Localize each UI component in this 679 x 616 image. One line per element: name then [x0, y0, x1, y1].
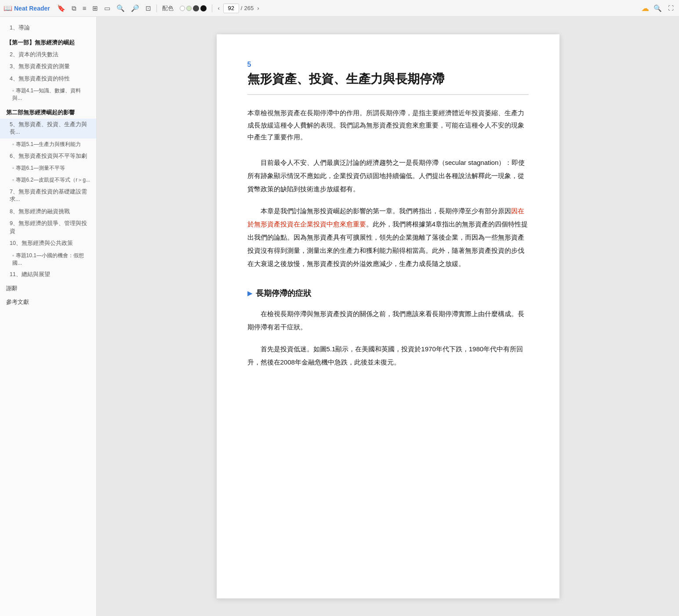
sidebar-item-thanks[interactable]: 謝辭 — [0, 281, 96, 295]
section1-heading: ▶ 長期停滯的症狀 — [247, 288, 529, 299]
body-paragraph-4: 首先是投資低迷。如圖5.1顯示，在美國和英國，投資於1970年代下跌，1980年… — [247, 343, 529, 369]
content-area: 5 無形資產、投資、生產力與長期停滯 本章檢視無形資產在長期停滯中的作用。所謂長… — [97, 17, 679, 616]
color-dark[interactable] — [193, 5, 199, 11]
sidebar-item-intro[interactable]: 1、導論 — [0, 22, 96, 34]
sidebar-item-ch3[interactable]: 3、無形資產投資的測量 — [0, 61, 96, 73]
bookmark-icon[interactable]: 🔖 — [55, 4, 67, 13]
sidebar-item-ch10[interactable]: 10、無形經濟與公共政策 — [0, 237, 96, 250]
app-brand: 📖 Neat Reader — [4, 4, 50, 12]
color-label: 配色 — [160, 4, 175, 13]
sep2 — [212, 4, 212, 12]
sidebar-item-references[interactable]: 參考文獻 — [0, 295, 96, 308]
sidebar-item-ch7[interactable]: 7、無形資產投資的基礎建設需求... — [0, 186, 96, 206]
sidebar-part2-header: 第二部無形經濟崛起的影響 — [0, 104, 96, 119]
total-pages: 265 — [244, 5, 254, 11]
color-white[interactable] — [180, 6, 185, 11]
sidebar-item-topic101[interactable]: ◦ 專題10.1—小國的機會：假想國... — [0, 250, 96, 269]
sidebar-item-topic62[interactable]: ◦ 專題6.2—皮凱提不等式（r＞g... — [0, 174, 96, 186]
next-page-button[interactable]: › — [255, 4, 261, 12]
cloud-sync-icon[interactable]: ☁ — [641, 4, 649, 13]
sidebar-item-ch5[interactable]: 5、無形資產、投資、生產力與長... — [0, 119, 96, 139]
page-input[interactable] — [223, 4, 239, 13]
grid-icon[interactable]: ⊞ — [91, 4, 100, 13]
sidebar-item-ch6[interactable]: 6、無形資產投資與不平等加劇 — [0, 150, 96, 163]
toolbar: 📖 Neat Reader 🔖 ⧉ ≡ ⊞ ▭ 🔍 🔎 ⊡ 配色 ‹ / 265… — [0, 0, 679, 17]
body-paragraph-3: 在檢視長期停滯與無形資產投資的關係之前，我們應該來看長期停滯實際上由什麼構成。長… — [247, 307, 529, 334]
sidebar-item-topic51[interactable]: ◦ 專題5.1—生產力與獲利能力 — [0, 139, 96, 150]
page-nav: ‹ / 265 › — [216, 4, 261, 13]
sidebar-part1-header: 【第一部】無形經濟的崛起 — [0, 34, 96, 49]
sidebar-item-ch11[interactable]: 11、總結與展望 — [0, 269, 96, 281]
fullscreen-icon[interactable]: ⛶ — [666, 4, 675, 12]
copy-icon[interactable]: ⧉ — [70, 4, 78, 13]
section1-title: 長期停滯的症狀 — [256, 288, 311, 299]
sidebar-item-topic41[interactable]: ◦ 專題4.1—知識、數據、資料與... — [0, 85, 96, 104]
section-arrow-icon: ▶ — [247, 290, 252, 297]
sidebar-item-ch8[interactable]: 8、無形經濟的融資挑戰 — [0, 206, 96, 218]
fit-icon[interactable]: ⊡ — [144, 4, 153, 13]
chapter-number: 5 — [247, 61, 529, 69]
search-icon[interactable]: 🔍 — [115, 4, 127, 13]
color-black[interactable] — [200, 5, 207, 11]
search-right-icon[interactable]: 🔍 — [652, 4, 664, 13]
sidebar-item-ch2[interactable]: 2、資本的消失數法 — [0, 49, 96, 61]
sidebar-item-topic61[interactable]: ◦ 專題6.1—測量不平等 — [0, 162, 96, 174]
color-options — [180, 5, 207, 11]
sep1 — [156, 4, 157, 12]
body-paragraph-2: 本章是我們討論無形投資崛起的影響的第一章。我們將指出，長期停滯至少有部分原因因在… — [247, 204, 529, 270]
intro-paragraph: 本章檢視無形資產在長期停滯中的作用。所謂長期停滯，是指主要經濟體近年投資萎縮、生… — [247, 107, 529, 144]
color-green[interactable] — [186, 6, 192, 11]
para2-prefix: 本章是我們討論無形投資崛起的影響的第一章。我們將指出，長期停滯至少有部分原因 — [261, 207, 511, 215]
body-paragraph-1: 目前最令人不安、人們最廣泛討論的經濟趨勢之一是長期停滯（secular stag… — [247, 156, 529, 196]
app-logo-icon: 📖 — [4, 4, 12, 12]
page-separator: / — [241, 5, 243, 11]
chapter-title: 無形資產、投資、生產力與長期停滯 — [247, 71, 529, 95]
sidebar-item-ch4[interactable]: 4、無形資產投資的特性 — [0, 73, 96, 85]
app-title: Neat Reader — [14, 5, 50, 12]
toolbar-right: ☁ 🔍 ⛶ — [641, 4, 675, 13]
sidebar-item-ch9[interactable]: 9、無形經濟的競爭、管理與投資 — [0, 218, 96, 237]
layout-icon[interactable]: ▭ — [102, 4, 112, 13]
prev-page-button[interactable]: ‹ — [216, 4, 221, 12]
main-container: 1、導論 【第一部】無形經濟的崛起 2、資本的消失數法 3、無形資產投資的測量 … — [0, 17, 679, 616]
sidebar: 1、導論 【第一部】無形經濟的崛起 2、資本的消失數法 3、無形資產投資的測量 … — [0, 17, 97, 616]
page: 5 無形資產、投資、生產力與長期停滯 本章檢視無形資產在長期停滯中的作用。所謂長… — [217, 34, 559, 598]
zoom-icon[interactable]: 🔎 — [129, 4, 141, 13]
menu-icon[interactable]: ≡ — [81, 4, 88, 13]
